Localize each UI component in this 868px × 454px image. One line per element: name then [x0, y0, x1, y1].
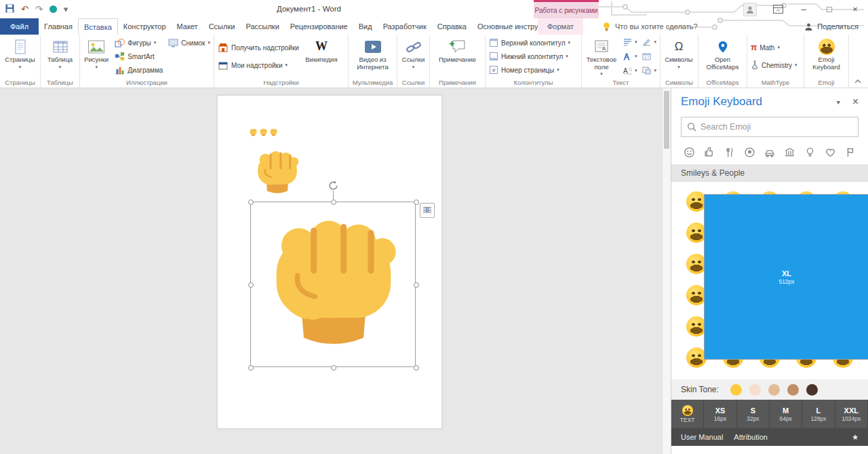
tab-developer[interactable]: Разработчик	[378, 18, 432, 35]
my-addins-button[interactable]: Мои надстройки▾	[216, 58, 301, 72]
chart-button[interactable]: Диаграмма	[113, 63, 165, 77]
selection-handle-se[interactable]	[414, 365, 419, 371]
quick-parts-button[interactable]: ▾	[621, 36, 639, 48]
category-travel[interactable]	[763, 145, 776, 159]
selected-picture-frame[interactable]	[250, 202, 416, 367]
pages-button[interactable]: Страницы ▾	[1, 36, 39, 77]
wikipedia-button[interactable]: W Википедия	[302, 36, 340, 77]
skin-tone-dark[interactable]	[806, 384, 818, 396]
category-flags[interactable]	[844, 145, 857, 159]
tell-me-search[interactable]: Что вы хотите сделать?	[602, 20, 698, 33]
links-button[interactable]: Ссылки ▾	[399, 36, 428, 77]
layout-options-button[interactable]	[420, 203, 435, 218]
tab-file[interactable]: Файл	[0, 18, 39, 35]
save-button[interactable]	[5, 4, 14, 14]
selection-handle-w[interactable]	[248, 282, 254, 288]
emoji-search-box[interactable]	[681, 117, 859, 137]
size-option-xl[interactable]: XL512px	[704, 194, 868, 360]
tab-references[interactable]: Ссылки	[203, 18, 241, 35]
close-button[interactable]: ×	[845, 0, 865, 18]
skin-tone-light[interactable]	[749, 384, 761, 396]
panel-close-button[interactable]: ×	[852, 96, 859, 107]
get-addins-button[interactable]: Получить надстройки	[216, 41, 301, 54]
user-account-button[interactable]	[743, 3, 757, 16]
attribution-link[interactable]: Attribution	[734, 433, 768, 441]
selection-handle-n[interactable]	[331, 200, 336, 205]
size-option-xs[interactable]: XS16px	[704, 400, 736, 428]
tab-help[interactable]: Справка	[432, 18, 472, 35]
fist-emoji-small-icon	[269, 128, 278, 136]
tab-view[interactable]: Вид	[353, 18, 378, 35]
document-page[interactable]	[217, 95, 442, 429]
svg-text:A: A	[602, 45, 606, 52]
redo-button[interactable]: ↷	[35, 5, 43, 14]
dropcap-icon: A	[623, 67, 632, 75]
object-button[interactable]: ▾	[640, 64, 658, 77]
tab-mailings[interactable]: Рассылки	[240, 18, 284, 35]
selection-handle-nw[interactable]	[248, 200, 254, 205]
header-button[interactable]: Верхний колонтитул▾	[487, 36, 572, 50]
math-button[interactable]: π Math▾	[749, 41, 800, 54]
category-places[interactable]	[783, 145, 797, 159]
page-number-button[interactable]: # Номер страницы▾	[487, 63, 572, 77]
selection-handle-s[interactable]	[331, 365, 336, 371]
ribbon-display-options-button[interactable]	[768, 0, 788, 18]
scrollbar-thumb[interactable]	[664, 91, 669, 149]
collapse-ribbon-button[interactable]	[852, 76, 864, 86]
textbox-button[interactable]: A Текстовое поле ▾	[583, 36, 620, 77]
pictures-button[interactable]: Рисунки ▾	[81, 36, 111, 77]
chemistry-button[interactable]: Chemistry▾	[749, 58, 800, 72]
rotate-handle[interactable]	[328, 180, 339, 191]
skin-tone-medium[interactable]	[787, 384, 799, 396]
undo-button[interactable]: ↶	[21, 5, 28, 14]
share-button[interactable]: Поделиться	[804, 20, 859, 33]
signature-line-button[interactable]: ▾	[640, 36, 658, 48]
screenshot-button[interactable]: Снимок▾	[166, 36, 212, 50]
online-video-button[interactable]: Видео из Интернета	[351, 36, 395, 77]
fist-image-medium[interactable]	[252, 149, 303, 196]
shapes-button[interactable]: Фигуры▾	[113, 36, 165, 50]
table-button[interactable]: Таблица ▾	[42, 36, 78, 77]
customize-qat-button[interactable]: ▾	[64, 5, 68, 14]
symbols-button[interactable]: Ω Символы ▾	[662, 36, 696, 77]
category-objects[interactable]	[804, 145, 817, 159]
dropcap-button[interactable]: A▾	[621, 64, 639, 77]
inline-emoji-text[interactable]	[249, 128, 278, 136]
user-manual-link[interactable]: User Manual	[681, 433, 723, 441]
tab-insert[interactable]: Вставка	[78, 18, 118, 35]
tab-layout[interactable]: Макет	[172, 18, 203, 35]
date-time-button[interactable]	[640, 50, 658, 62]
favorite-star-icon[interactable]: ★	[852, 433, 859, 442]
tab-format-context[interactable]: Формат	[538, 18, 583, 35]
maximize-button[interactable]: □	[819, 0, 840, 18]
size-option-l[interactable]: L128px	[802, 400, 835, 428]
category-activities[interactable]	[743, 145, 756, 159]
category-smileys[interactable]	[682, 145, 696, 159]
wordart-button[interactable]: A▾	[621, 50, 639, 62]
vertical-scrollbar[interactable]	[662, 88, 671, 454]
panel-menu-caret-icon[interactable]: ▾	[837, 98, 840, 106]
tab-home[interactable]: Главная	[39, 18, 78, 35]
footer-button[interactable]: Нижний колонтитул▾	[487, 50, 572, 63]
category-symbols[interactable]	[823, 145, 837, 159]
size-option-text[interactable]: TEXT	[671, 400, 704, 428]
skin-tone-default[interactable]	[730, 384, 742, 396]
size-option-xxl[interactable]: XXL1024px	[835, 400, 868, 428]
minimize-button[interactable]: –	[793, 0, 814, 18]
fist-image-large[interactable]	[259, 213, 408, 353]
selection-handle-sw[interactable]	[248, 365, 254, 371]
emoji-keyboard-button[interactable]: Emoji Keyboard	[806, 36, 847, 77]
skin-tone-medium-light[interactable]	[768, 384, 780, 396]
officemaps-button[interactable]: Open OfficeMaps	[701, 36, 745, 77]
size-option-m[interactable]: M64px	[770, 400, 802, 428]
selection-handle-e[interactable]	[414, 282, 419, 288]
size-option-s[interactable]: S32px	[737, 400, 770, 428]
category-gestures[interactable]	[703, 145, 716, 159]
tab-review[interactable]: Рецензирование	[285, 18, 353, 35]
selection-handle-ne[interactable]	[414, 200, 419, 205]
tab-design[interactable]: Конструктор	[118, 18, 172, 35]
category-food[interactable]	[723, 145, 736, 159]
emoji-search-input[interactable]	[701, 122, 852, 132]
comment-button[interactable]: Примечание	[434, 36, 481, 77]
smartart-button[interactable]: SmartArt	[113, 50, 165, 63]
